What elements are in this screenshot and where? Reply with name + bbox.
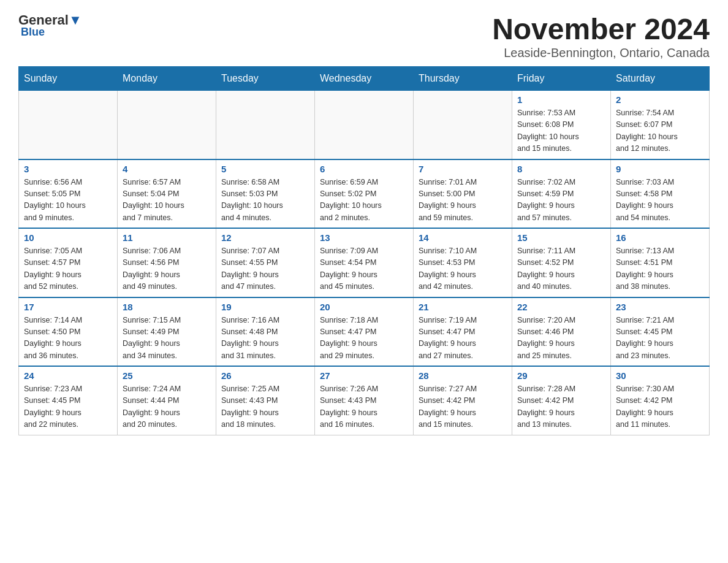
day-number: 3: [24, 164, 112, 174]
day-number: 12: [221, 232, 309, 243]
calendar-cell: 10Sunrise: 7:05 AMSunset: 4:57 PMDayligh…: [19, 228, 118, 297]
weekday-header: Friday: [512, 67, 611, 91]
day-info: Sunrise: 7:15 AMSunset: 4:49 PMDaylight:…: [123, 315, 211, 362]
day-number: 9: [616, 164, 704, 174]
location: Leaside-Bennington, Ontario, Canada: [492, 46, 710, 60]
calendar-table: SundayMondayTuesdayWednesdayThursdayFrid…: [18, 66, 710, 435]
day-info: Sunrise: 6:57 AMSunset: 5:04 PMDaylight:…: [123, 177, 211, 224]
day-number: 13: [320, 232, 408, 243]
day-info: Sunrise: 7:09 AMSunset: 4:54 PMDaylight:…: [320, 245, 408, 293]
calendar-cell: 15Sunrise: 7:11 AMSunset: 4:52 PMDayligh…: [512, 228, 611, 297]
calendar-week-row: 1Sunrise: 7:53 AMSunset: 6:08 PMDaylight…: [19, 91, 710, 159]
day-number: 29: [517, 370, 605, 381]
calendar-cell: 20Sunrise: 7:18 AMSunset: 4:47 PMDayligh…: [315, 297, 414, 367]
day-number: 10: [24, 232, 112, 243]
weekday-header: Monday: [118, 67, 216, 91]
calendar-cell: 6Sunrise: 6:59 AMSunset: 5:02 PMDaylight…: [315, 159, 414, 229]
month-title: November 2024: [492, 12, 710, 46]
day-info: Sunrise: 7:06 AMSunset: 4:56 PMDaylight:…: [123, 245, 211, 293]
day-info: Sunrise: 7:28 AMSunset: 4:42 PMDaylight:…: [517, 383, 605, 431]
day-info: Sunrise: 7:18 AMSunset: 4:47 PMDaylight:…: [320, 315, 408, 362]
day-number: 2: [616, 94, 704, 105]
calendar-cell: 16Sunrise: 7:13 AMSunset: 4:51 PMDayligh…: [611, 228, 710, 297]
calendar-cell: 26Sunrise: 7:25 AMSunset: 4:43 PMDayligh…: [216, 366, 315, 435]
page-header: General ▼ Blue November 2024 Leaside-Ben…: [18, 12, 710, 60]
day-info: Sunrise: 7:27 AMSunset: 4:42 PMDaylight:…: [419, 383, 507, 431]
day-info: Sunrise: 7:21 AMSunset: 4:45 PMDaylight:…: [616, 315, 704, 362]
day-info: Sunrise: 7:05 AMSunset: 4:57 PMDaylight:…: [24, 245, 112, 293]
calendar-cell: [118, 91, 216, 159]
calendar-cell: 7Sunrise: 7:01 AMSunset: 5:00 PMDaylight…: [414, 159, 512, 229]
day-info: Sunrise: 7:14 AMSunset: 4:50 PMDaylight:…: [24, 315, 112, 362]
calendar-cell: [414, 91, 512, 159]
weekday-header: Thursday: [414, 67, 512, 91]
day-number: 18: [123, 302, 211, 312]
day-number: 22: [517, 302, 605, 312]
day-info: Sunrise: 7:11 AMSunset: 4:52 PMDaylight:…: [517, 245, 605, 293]
day-number: 1: [517, 94, 605, 105]
day-info: Sunrise: 7:07 AMSunset: 4:55 PMDaylight:…: [221, 245, 309, 293]
calendar-cell: 11Sunrise: 7:06 AMSunset: 4:56 PMDayligh…: [118, 228, 216, 297]
calendar-cell: [19, 91, 118, 159]
day-info: Sunrise: 7:23 AMSunset: 4:45 PMDaylight:…: [24, 383, 112, 431]
day-number: 7: [419, 164, 507, 174]
day-number: 28: [419, 370, 507, 381]
day-number: 21: [419, 302, 507, 312]
calendar-cell: 25Sunrise: 7:24 AMSunset: 4:44 PMDayligh…: [118, 366, 216, 435]
weekday-header-row: SundayMondayTuesdayWednesdayThursdayFrid…: [19, 67, 710, 91]
day-info: Sunrise: 6:56 AMSunset: 5:05 PMDaylight:…: [24, 177, 112, 224]
calendar-cell: 27Sunrise: 7:26 AMSunset: 4:43 PMDayligh…: [315, 366, 414, 435]
calendar-cell: [315, 91, 414, 159]
calendar-week-row: 3Sunrise: 6:56 AMSunset: 5:05 PMDaylight…: [19, 159, 710, 229]
calendar-week-row: 17Sunrise: 7:14 AMSunset: 4:50 PMDayligh…: [19, 297, 710, 367]
day-info: Sunrise: 6:58 AMSunset: 5:03 PMDaylight:…: [221, 177, 309, 224]
weekday-header: Wednesday: [315, 67, 414, 91]
calendar-cell: 23Sunrise: 7:21 AMSunset: 4:45 PMDayligh…: [611, 297, 710, 367]
day-number: 27: [320, 370, 408, 381]
weekday-header: Tuesday: [216, 67, 315, 91]
day-number: 19: [221, 302, 309, 312]
day-info: Sunrise: 7:03 AMSunset: 4:58 PMDaylight:…: [616, 177, 704, 224]
day-number: 14: [419, 232, 507, 243]
day-number: 4: [123, 164, 211, 174]
day-number: 26: [221, 370, 309, 381]
day-number: 6: [320, 164, 408, 174]
calendar-cell: 3Sunrise: 6:56 AMSunset: 5:05 PMDaylight…: [19, 159, 118, 229]
day-number: 8: [517, 164, 605, 174]
day-info: Sunrise: 7:01 AMSunset: 5:00 PMDaylight:…: [419, 177, 507, 224]
day-info: Sunrise: 7:19 AMSunset: 4:47 PMDaylight:…: [419, 315, 507, 362]
calendar-week-row: 10Sunrise: 7:05 AMSunset: 4:57 PMDayligh…: [19, 228, 710, 297]
logo-blue-text: ▼: [69, 12, 82, 28]
day-info: Sunrise: 7:30 AMSunset: 4:42 PMDaylight:…: [616, 383, 704, 431]
day-info: Sunrise: 7:53 AMSunset: 6:08 PMDaylight:…: [517, 107, 605, 155]
day-info: Sunrise: 7:24 AMSunset: 4:44 PMDaylight:…: [123, 383, 211, 431]
calendar-cell: 24Sunrise: 7:23 AMSunset: 4:45 PMDayligh…: [19, 366, 118, 435]
day-info: Sunrise: 7:20 AMSunset: 4:46 PMDaylight:…: [517, 315, 605, 362]
calendar-cell: 17Sunrise: 7:14 AMSunset: 4:50 PMDayligh…: [19, 297, 118, 367]
weekday-header: Saturday: [611, 67, 710, 91]
weekday-header: Sunday: [19, 67, 118, 91]
day-number: 23: [616, 302, 704, 312]
day-info: Sunrise: 7:25 AMSunset: 4:43 PMDaylight:…: [221, 383, 309, 431]
calendar-cell: 13Sunrise: 7:09 AMSunset: 4:54 PMDayligh…: [315, 228, 414, 297]
logo: General ▼ Blue: [18, 12, 82, 39]
day-number: 15: [517, 232, 605, 243]
day-number: 17: [24, 302, 112, 312]
day-number: 16: [616, 232, 704, 243]
calendar-cell: 18Sunrise: 7:15 AMSunset: 4:49 PMDayligh…: [118, 297, 216, 367]
day-number: 11: [123, 232, 211, 243]
day-number: 20: [320, 302, 408, 312]
calendar-cell: 28Sunrise: 7:27 AMSunset: 4:42 PMDayligh…: [414, 366, 512, 435]
title-area: November 2024 Leaside-Bennington, Ontari…: [492, 12, 710, 60]
calendar-cell: 9Sunrise: 7:03 AMSunset: 4:58 PMDaylight…: [611, 159, 710, 229]
day-info: Sunrise: 6:59 AMSunset: 5:02 PMDaylight:…: [320, 177, 408, 224]
calendar-week-row: 24Sunrise: 7:23 AMSunset: 4:45 PMDayligh…: [19, 366, 710, 435]
calendar-cell: 5Sunrise: 6:58 AMSunset: 5:03 PMDaylight…: [216, 159, 315, 229]
day-number: 24: [24, 370, 112, 381]
day-info: Sunrise: 7:16 AMSunset: 4:48 PMDaylight:…: [221, 315, 309, 362]
day-number: 25: [123, 370, 211, 381]
calendar-cell: 22Sunrise: 7:20 AMSunset: 4:46 PMDayligh…: [512, 297, 611, 367]
calendar-cell: 1Sunrise: 7:53 AMSunset: 6:08 PMDaylight…: [512, 91, 611, 159]
calendar-cell: 29Sunrise: 7:28 AMSunset: 4:42 PMDayligh…: [512, 366, 611, 435]
day-info: Sunrise: 7:10 AMSunset: 4:53 PMDaylight:…: [419, 245, 507, 293]
